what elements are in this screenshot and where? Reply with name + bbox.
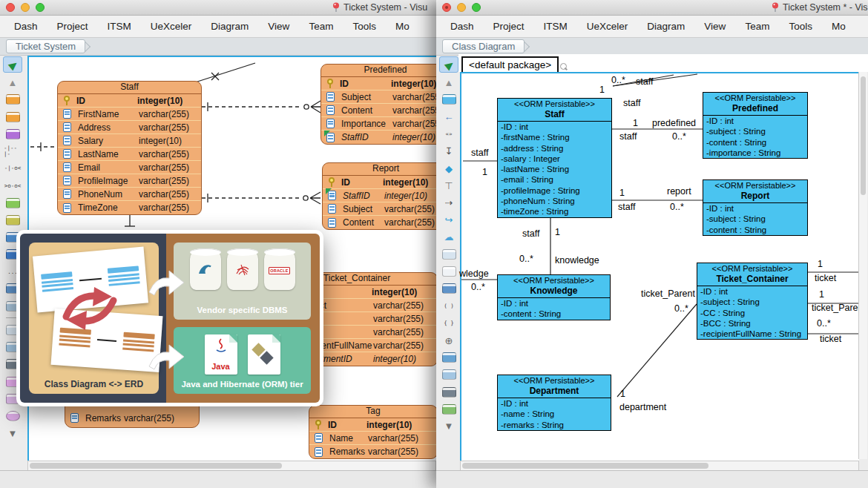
tool-button[interactable]: ( ) xyxy=(440,299,458,314)
tool-button[interactable]: ⊕ xyxy=(440,333,458,348)
tool-button[interactable] xyxy=(4,92,22,107)
table-row[interactable]: StaffID integer(10) xyxy=(323,189,436,202)
title-bar[interactable]: Ticket System - Visu xyxy=(0,0,436,16)
zoom-button[interactable] xyxy=(36,3,45,12)
menu-item[interactable]: UeXceler xyxy=(577,21,638,32)
tool-button[interactable]: -|-o< xyxy=(4,161,22,176)
menu-item[interactable]: Project xyxy=(484,21,534,32)
class-attribute[interactable]: -ID : int xyxy=(498,298,610,309)
minimize-button[interactable] xyxy=(21,3,30,12)
association-label[interactable]: 1 xyxy=(633,118,638,128)
scrollbar-thumb[interactable] xyxy=(30,463,282,469)
association-label[interactable]: 0..* xyxy=(471,282,485,292)
title-bar[interactable]: Ticket System * - Vis xyxy=(436,0,868,16)
association-label[interactable]: 0..* xyxy=(519,254,533,264)
table-row[interactable]: Content varchar(255) xyxy=(323,216,436,229)
zoom-button[interactable] xyxy=(472,3,481,12)
table-row[interactable]: Salary integer(10) xyxy=(58,134,201,148)
tool-button[interactable] xyxy=(440,350,458,365)
table-row[interactable]: FirstName varchar(255) xyxy=(58,108,201,121)
erd-table-staff[interactable]: Staff ID integer(10) FirstName varchar(2… xyxy=(57,81,202,215)
table-row[interactable]: ProfileImage varchar(255) xyxy=(58,174,201,188)
association-label[interactable]: 0..* xyxy=(611,75,625,85)
tool-button[interactable] xyxy=(4,196,22,211)
table-title[interactable]: Predefined xyxy=(321,65,436,77)
association-label[interactable]: 1 xyxy=(620,389,625,399)
table-row[interactable]: ID integer(10) xyxy=(321,77,436,90)
tool-button[interactable] xyxy=(440,385,458,400)
tool-button[interactable]: ↧ xyxy=(440,144,458,159)
class-staff[interactable]: <<ORM Persistable>> Staff -ID : int-firs… xyxy=(497,98,612,218)
horizontal-scrollbar[interactable] xyxy=(460,461,859,471)
tool-button[interactable]: ▶ xyxy=(3,56,22,73)
class-diagram-canvas[interactable]: <<ORM Persistable>> Staff -ID : int-firs… xyxy=(460,72,859,462)
table-row[interactable]: Subject varchar(255) xyxy=(323,202,436,216)
table-row[interactable]: TimeZone varchar(255) xyxy=(58,201,201,214)
table-title[interactable]: Staff xyxy=(58,82,201,94)
class-attribute[interactable]: -content : String xyxy=(498,309,610,319)
tool-button[interactable]: ↪ xyxy=(440,213,458,228)
association-label[interactable]: staff xyxy=(619,131,637,142)
zoom-icon[interactable] xyxy=(560,63,567,70)
tool-button[interactable] xyxy=(440,264,458,279)
tool-button[interactable] xyxy=(4,127,22,142)
scrollbar-thumb[interactable] xyxy=(462,463,708,469)
class-attribute[interactable]: -profileImage : String xyxy=(498,185,611,196)
class-attribute[interactable]: -salary : Integer xyxy=(498,154,611,164)
class-attribute[interactable]: -ID : int xyxy=(703,116,807,126)
association-label[interactable]: staff xyxy=(636,76,653,87)
menu-item[interactable]: Mo xyxy=(822,21,855,32)
tool-button[interactable] xyxy=(440,247,458,262)
tool-button[interactable]: ▼ xyxy=(440,419,458,434)
menu-item[interactable]: Tools xyxy=(779,21,822,32)
class-attribute[interactable]: -email : String xyxy=(498,174,611,185)
class-attribute[interactable]: -content : String xyxy=(703,225,807,235)
tool-button[interactable]: ▶ xyxy=(439,56,458,73)
tool-button[interactable]: «» xyxy=(440,127,458,142)
class-department[interactable]: <<ORM Persistable>> Department -ID : int… xyxy=(497,375,611,431)
tool-button[interactable]: ☁ xyxy=(440,230,458,245)
menu-item[interactable]: ITSM xyxy=(534,21,577,32)
breadcrumb[interactable]: Ticket System xyxy=(6,39,85,53)
menu-item[interactable]: View xyxy=(258,21,299,32)
table-row[interactable]: Remarks varchar(255) xyxy=(309,445,436,458)
tool-button[interactable]: { } xyxy=(440,316,458,331)
table-row[interactable]: ID integer(10) xyxy=(323,176,436,189)
class-attribute[interactable]: -subject : String xyxy=(697,297,807,307)
menu-item[interactable]: Diagram xyxy=(637,21,694,32)
table-row[interactable]: ID integer(10) xyxy=(309,418,436,432)
class-ticket-container[interactable]: <<ORM Persistable>> Ticket_Container -ID… xyxy=(697,263,808,340)
table-row[interactable]: ID integer(10) xyxy=(58,94,201,108)
table-title[interactable]: Tag xyxy=(309,406,436,418)
tool-button[interactable]: ▲ xyxy=(4,75,22,90)
breadcrumb[interactable]: Class Diagram xyxy=(442,39,525,53)
menu-item[interactable]: Diagram xyxy=(201,21,258,32)
horizontal-scrollbar[interactable] xyxy=(27,461,436,471)
erd-table-report[interactable]: Report ID integer(10) StaffID integer(10… xyxy=(322,162,436,230)
menu-item[interactable]: Project xyxy=(47,21,98,32)
association-label[interactable]: wledge xyxy=(459,268,489,279)
tool-button[interactable]: ◆ xyxy=(440,161,458,176)
table-row[interactable]: StaffID integer(10) xyxy=(321,131,436,144)
class-attribute[interactable]: -address : String xyxy=(498,143,611,154)
association-label[interactable]: predefined xyxy=(652,118,696,128)
menu-item[interactable]: View xyxy=(694,21,735,32)
table-row[interactable]: Subject varchar(255) xyxy=(321,90,436,104)
class-attribute[interactable]: -lastName : String xyxy=(498,164,611,174)
minimize-button[interactable] xyxy=(457,3,466,12)
table-row[interactable]: Name varchar(255) xyxy=(309,432,436,445)
association-label[interactable]: department xyxy=(619,402,666,412)
class-attribute[interactable]: -recipientFullName : String xyxy=(697,329,807,339)
erd-table-predefined[interactable]: Predefined ID integer(10) Subject varcha… xyxy=(320,64,436,145)
association-label[interactable]: 1 xyxy=(819,289,824,300)
menu-item[interactable]: Team xyxy=(299,21,343,32)
association-label[interactable]: staff xyxy=(623,98,640,108)
association-label[interactable]: staff xyxy=(471,148,488,158)
class-report[interactable]: <<ORM Persistable>> Report -ID : int-sub… xyxy=(703,179,808,236)
table-row[interactable]: Email varchar(255) xyxy=(58,161,201,174)
association-label[interactable]: report xyxy=(667,186,691,197)
menu-item[interactable]: Team xyxy=(735,21,779,32)
tool-button[interactable]: ▼ xyxy=(4,426,22,441)
association-label[interactable]: 1 xyxy=(555,227,560,237)
menu-item[interactable]: UeXceler xyxy=(141,21,202,32)
